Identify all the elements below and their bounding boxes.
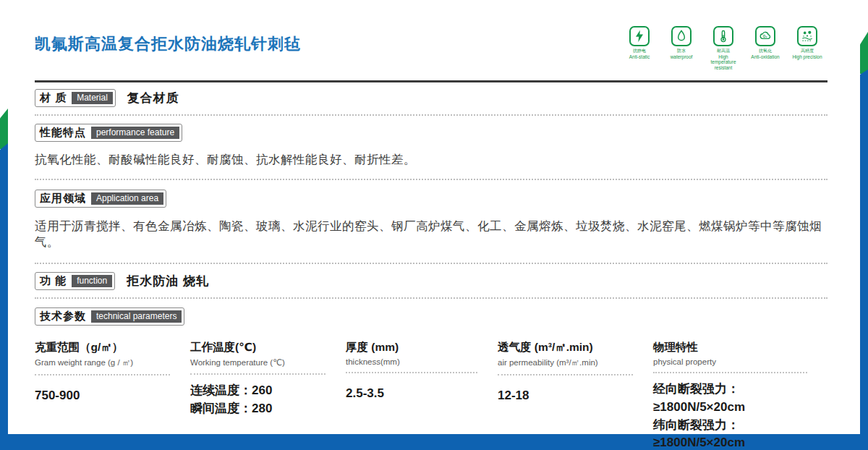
spec-sheet: 凯氟斯高温复合拒水防油烧轧针刺毡 抗静电 Anti-static 防水 wate…	[35, 0, 827, 450]
feature-anti-static: 抗静电 Anti-static	[622, 26, 657, 70]
icon-label-cn: 耐高温	[717, 48, 730, 54]
technical-table: 克重范围（g/㎡） Gram weight range (g / ㎡) 750-…	[35, 340, 827, 450]
tech-header-cn: 透气度 (m³/㎡.min)	[498, 340, 653, 355]
icon-label-cn: 高精度	[801, 48, 814, 54]
icon-label-cn: 抗氧化	[759, 48, 772, 54]
feature-high-precision: 高精度 High precision	[790, 26, 825, 70]
feature-waterproof: 防水 waterproof	[664, 26, 699, 70]
header: 凯氟斯高温复合拒水防油烧轧针刺毡 抗静电 Anti-static 防水 wate…	[35, 26, 827, 70]
tech-col-thickness: 厚度 (mm) thickness(mm) 2.5-3.5	[346, 340, 498, 450]
material-label: 材 质 Material	[35, 89, 116, 107]
function-label-en: function	[72, 275, 112, 287]
tech-col-working-temperature: 工作温度(℃) Working temperature (℃) 连续温度：260…	[190, 340, 346, 450]
section-application: 应用领域 Application area 适用于沥青搅拌、有色金属冶炼、陶瓷、…	[35, 190, 827, 250]
tech-header-cn: 克重范围（g/㎡）	[35, 340, 190, 355]
divider	[653, 372, 807, 373]
feature-anti-oxidation: O₂ 抗氧化 Anti-oxidation	[748, 26, 783, 70]
performance-label-en: performance feature	[91, 127, 179, 139]
right-green-wedge	[860, 32, 868, 74]
left-edge-decoration	[0, 109, 8, 434]
icon-label-en: High temperature resistant	[706, 54, 741, 70]
section-performance: 性能特点 performance feature 抗氧化性能、耐酸碱性能良好、耐…	[35, 124, 827, 168]
function-label: 功 能 function	[35, 272, 115, 290]
tech-header-en: Working temperature (℃)	[190, 357, 346, 368]
cloud-o2-icon: O₂	[755, 26, 775, 46]
tech-header-en: air permeability (m³/㎡.min)	[498, 357, 653, 368]
divider	[35, 263, 827, 264]
technical-label-cn: 技术参数	[40, 310, 86, 323]
icon-label-en: Anti-static	[629, 54, 650, 59]
icon-label-en: High precision	[792, 54, 822, 59]
performance-text: 抗氧化性能、耐酸碱性能良好、耐腐蚀、抗水解性能良好、耐折性差。	[35, 152, 827, 168]
tech-value: 2.5-3.5	[346, 385, 498, 403]
application-text: 适用于沥青搅拌、有色金属冶炼、陶瓷、玻璃、水泥行业的窑头、钢厂高炉煤气、化工、金…	[35, 218, 827, 250]
icon-label-en: Anti-oxidation	[751, 54, 779, 59]
right-blue-strip	[860, 69, 868, 434]
left-green-wedge	[0, 109, 8, 149]
icon-label-cn: 防水	[677, 48, 686, 54]
application-label-cn: 应用领域	[40, 192, 86, 205]
application-label-en: Application area	[91, 192, 163, 205]
section-function: 功 能 function 拒水防油 烧轧	[35, 272, 827, 290]
tech-value: 经向断裂强力：≥1800N/5×20cm	[653, 381, 827, 416]
section-technical: 技术参数 technical parameters 克重范围（g/㎡） Gram…	[35, 307, 827, 450]
tech-header-en: thickness(mm)	[346, 357, 498, 366]
divider	[35, 179, 827, 180]
performance-label-cn: 性能特点	[40, 126, 86, 140]
tech-col-gram-weight: 克重范围（g/㎡） Gram weight range (g / ㎡) 750-…	[35, 340, 190, 450]
right-edge-decoration	[860, 32, 868, 434]
tech-value: 750-900	[35, 387, 190, 405]
feature-high-temperature: 耐高温 High temperature resistant	[706, 26, 741, 70]
material-value: 复合材质	[127, 90, 179, 106]
tech-value-2: 瞬间温度：280	[190, 400, 346, 418]
performance-label: 性能特点 performance feature	[35, 124, 182, 142]
precision-dots-icon	[797, 26, 817, 46]
technical-label-en: technical parameters	[91, 310, 182, 323]
divider	[498, 374, 633, 375]
divider	[35, 374, 170, 375]
divider	[346, 372, 477, 373]
tech-value: 连续温度：260	[190, 382, 346, 400]
material-label-cn: 材 质	[40, 91, 67, 105]
tech-header-en: Gram weight range (g / ㎡)	[35, 357, 190, 368]
material-label-en: Material	[72, 92, 113, 104]
tech-col-physical-property: 物理特性 physical property 经向断裂强力：≥1800N/5×2…	[653, 340, 827, 450]
divider	[35, 297, 827, 299]
tech-header-cn: 工作温度(℃)	[190, 340, 346, 355]
thermometer-icon	[713, 26, 733, 46]
tech-header-en: physical property	[653, 357, 827, 366]
tech-col-air-permeability: 透气度 (m³/㎡.min) air permeability (m³/㎡.mi…	[498, 340, 653, 450]
page-title: 凯氟斯高温复合拒水防油烧轧针刺毡	[35, 33, 301, 55]
tech-value-2: 纬向断裂强力：≥1800N/5×20cm	[653, 417, 827, 450]
section-material: 材 质 Material 复合材质	[35, 89, 827, 107]
technical-label: 技术参数 technical parameters	[35, 307, 184, 326]
water-drop-icon	[671, 26, 692, 46]
icon-label-cn: 抗静电	[633, 48, 646, 54]
left-blue-strip	[0, 143, 8, 434]
divider	[190, 373, 326, 375]
function-value: 拒水防油 烧轧	[127, 273, 209, 289]
function-label-cn: 功 能	[40, 274, 67, 288]
title-divider	[35, 80, 827, 82]
icon-label-en: waterproof	[671, 54, 693, 59]
tech-header-cn: 物理特性	[653, 340, 827, 355]
application-label: 应用领域 Application area	[35, 190, 166, 208]
tech-header-cn: 厚度 (mm)	[346, 340, 498, 355]
tech-value: 12-18	[498, 387, 653, 405]
feature-icon-strip: 抗静电 Anti-static 防水 waterproof	[622, 26, 825, 70]
svg-text:O₂: O₂	[763, 35, 767, 38]
lightning-icon	[629, 26, 650, 46]
divider	[35, 114, 827, 116]
